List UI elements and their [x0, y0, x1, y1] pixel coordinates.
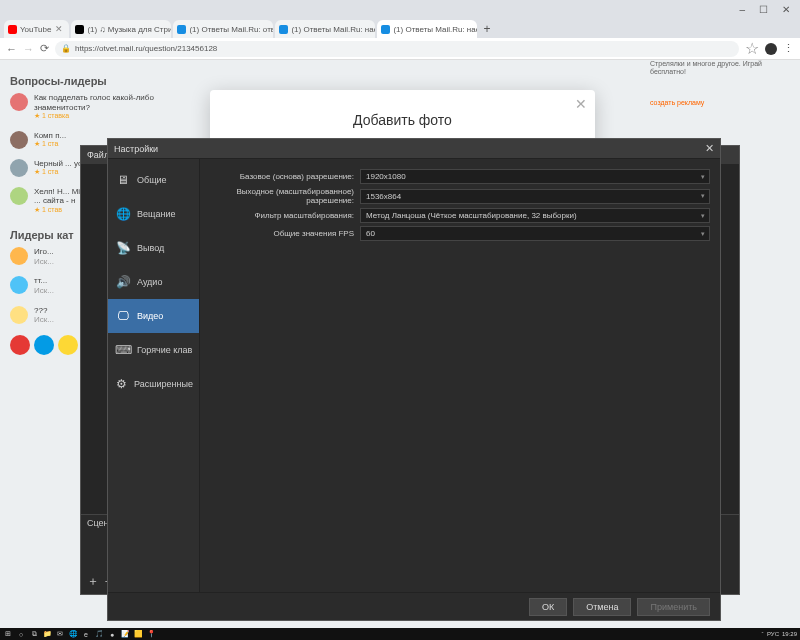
windows-taskbar: ⊞○⧉📁✉🌐e🎵●📝🟨📍 ˄ РУС 19:29: [0, 628, 800, 640]
browser-tab[interactable]: (1) Ответы Mail.Ru: ответ✕: [173, 20, 273, 38]
avatar: [10, 93, 28, 111]
forward-button[interactable]: →: [23, 43, 34, 55]
obs-settings-close-button[interactable]: ✕: [705, 142, 714, 155]
obs-sidebar-item-label: Горячие клав: [137, 345, 192, 355]
ad-create-link[interactable]: создать рекламу: [650, 99, 790, 106]
question-stakes: ★ 1 ставка: [34, 112, 185, 120]
obs-settings-titlebar: Настройки ✕: [108, 139, 720, 159]
avatar: [10, 159, 28, 177]
browser-tab[interactable]: YouTube✕: [4, 20, 69, 38]
apply-button[interactable]: Применить: [637, 598, 710, 616]
tab-favicon: [381, 25, 390, 34]
obs-sidebar-item-label: Вывод: [137, 243, 164, 253]
question-title: Комп п...: [34, 131, 66, 141]
obs-sidebar-item-audio[interactable]: 🔊Аудио: [108, 265, 199, 299]
ok-button[interactable]: ОК: [529, 598, 567, 616]
field-select[interactable]: 1920x1080: [360, 169, 710, 184]
tab-favicon: [8, 25, 17, 34]
tab-label: (1) Ответы Mail.Ru: настро: [291, 25, 375, 34]
avatar: [10, 131, 28, 149]
obs-sidebar-item-general[interactable]: 🖥Общие: [108, 163, 199, 197]
url-text: https://otvet.mail.ru/question/213456128: [75, 44, 217, 53]
taskbar-icon[interactable]: 🌐: [68, 629, 78, 639]
obs-settings-panel-video: Базовое (основа) разрешение:1920x1080Вых…: [200, 159, 720, 592]
maximize-button[interactable]: ☐: [759, 4, 768, 15]
leader-name: тт...Иск...: [34, 276, 54, 295]
settings-row: Базовое (основа) разрешение:1920x1080: [200, 169, 710, 184]
taskbar-icon[interactable]: ⧉: [29, 629, 39, 639]
url-field[interactable]: 🔒 https://otvet.mail.ru/question/2134561…: [55, 41, 739, 57]
address-bar: ← → ⟳ 🔒 https://otvet.mail.ru/question/2…: [0, 38, 800, 60]
tab-favicon: [279, 25, 288, 34]
new-tab-button[interactable]: +: [479, 20, 496, 38]
chrome-menu-button[interactable]: ⋮: [783, 42, 794, 55]
bookmark-star-icon[interactable]: ☆: [745, 39, 759, 58]
settings-row: Выходное (масштабированное) разрешение:1…: [200, 187, 710, 205]
back-button[interactable]: ←: [6, 43, 17, 55]
field-label: Базовое (основа) разрешение:: [200, 172, 360, 181]
reload-button[interactable]: ⟳: [40, 42, 49, 55]
taskbar-icon[interactable]: ●: [107, 629, 117, 639]
tab-label: (1) Ответы Mail.Ru: ответ: [189, 25, 273, 34]
minimize-button[interactable]: –: [739, 4, 745, 15]
taskbar-icon[interactable]: 📁: [42, 629, 52, 639]
tray-up-icon[interactable]: ˄: [761, 631, 764, 638]
tab-label: (1) ♫ Музыка для Стрима: [87, 25, 171, 34]
field-label: Выходное (масштабированное) разрешение:: [200, 187, 360, 205]
field-label: Фильтр масштабирования:: [200, 211, 360, 220]
obs-sidebar-item-label: Общие: [137, 175, 167, 185]
photo-modal-title: Добавить фото: [210, 112, 595, 128]
photo-modal-close-button[interactable]: ✕: [575, 96, 587, 112]
avatar: [10, 187, 28, 205]
taskbar-icon[interactable]: ✉: [55, 629, 65, 639]
lock-icon: 🔒: [61, 44, 71, 53]
settings-row: Фильтр масштабирования:Метод Ланцоша (Чё…: [200, 208, 710, 223]
tray-lang[interactable]: РУС: [767, 631, 779, 637]
output-icon: 📡: [114, 239, 132, 257]
close-window-button[interactable]: ✕: [782, 4, 790, 15]
hotkeys-icon: ⌨: [114, 341, 132, 359]
taskbar-icon[interactable]: 📍: [146, 629, 156, 639]
obs-sidebar-item-label: Аудио: [137, 277, 162, 287]
tab-close-icon[interactable]: ✕: [55, 24, 63, 34]
obs-file-menu[interactable]: Файл: [87, 150, 109, 160]
taskbar-icon[interactable]: e: [81, 629, 91, 639]
taskbar-icon[interactable]: 🎵: [94, 629, 104, 639]
taskbar-icon[interactable]: 🟨: [133, 629, 143, 639]
obs-scene-add-button[interactable]: ＋: [87, 574, 99, 588]
field-label: Общие значения FPS: [200, 229, 360, 238]
browser-tab[interactable]: (1) Ответы Mail.Ru: настро✕: [275, 20, 375, 38]
obs-sidebar-item-hotkeys[interactable]: ⌨Горячие клав: [108, 333, 199, 367]
audio-icon: 🔊: [114, 273, 132, 291]
chrome-window-top: – ☐ ✕: [0, 0, 800, 18]
stream-icon: 🌐: [114, 205, 132, 223]
cancel-button[interactable]: Отмена: [573, 598, 631, 616]
adv-icon: ⚙: [114, 375, 129, 393]
obs-settings-sidebar: 🖥Общие🌐Вещание📡Вывод🔊Аудио🖵Видео⌨Горячие…: [108, 159, 200, 592]
question-stakes: ★ 1 ста: [34, 140, 66, 148]
field-select[interactable]: 1536x864: [360, 189, 710, 204]
tab-favicon: [177, 25, 186, 34]
obs-sidebar-item-adv[interactable]: ⚙Расширенные: [108, 367, 199, 401]
browser-tab[interactable]: (1) Ответы Mail.Ru: настро✕: [377, 20, 477, 38]
obs-sidebar-item-video[interactable]: 🖵Видео: [108, 299, 199, 333]
browser-tabs: YouTube✕(1) ♫ Музыка для Стрима✕(1) Отве…: [0, 18, 800, 38]
obs-sidebar-item-output[interactable]: 📡Вывод: [108, 231, 199, 265]
obs-settings-footer: ОК Отмена Применить: [108, 592, 720, 620]
field-select[interactable]: Метод Ланцоша (Чёткое масштабирование, 3…: [360, 208, 710, 223]
general-icon: 🖥: [114, 171, 132, 189]
browser-tab[interactable]: (1) ♫ Музыка для Стрима✕: [71, 20, 171, 38]
obs-sidebar-item-label: Расширенные: [134, 379, 193, 389]
profile-avatar[interactable]: [765, 43, 777, 55]
taskbar-icon[interactable]: ⊞: [3, 629, 13, 639]
taskbar-icon[interactable]: ○: [16, 629, 26, 639]
question-item[interactable]: Как подделать голос какой-либо знаменито…: [10, 93, 185, 121]
settings-row: Общие значения FPS60: [200, 226, 710, 241]
taskbar-icon[interactable]: 📝: [120, 629, 130, 639]
avatar: [10, 247, 28, 265]
field-select[interactable]: 60: [360, 226, 710, 241]
obs-sidebar-item-stream[interactable]: 🌐Вещание: [108, 197, 199, 231]
tab-favicon: [75, 25, 84, 34]
avatar: [10, 276, 28, 294]
tray-clock[interactable]: 19:29: [782, 631, 797, 637]
